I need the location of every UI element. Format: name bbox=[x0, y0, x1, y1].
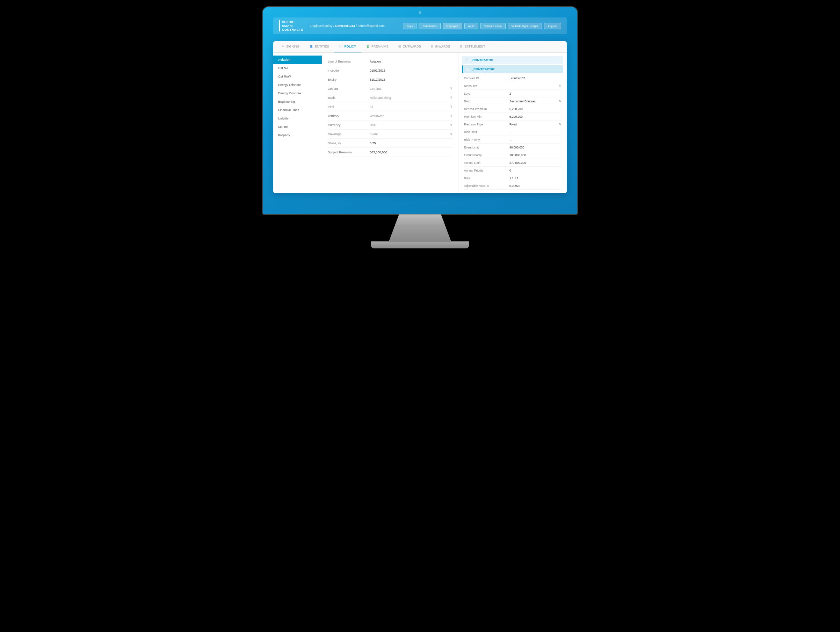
contract-row-layer: Layer 2 bbox=[464, 90, 561, 98]
monitor-stand bbox=[385, 214, 455, 242]
form-row-basis: Basis Risks attaching ⇅ bbox=[328, 93, 453, 102]
sidebar-item-marine[interactable]: Marine bbox=[273, 123, 322, 131]
tab-policy[interactable]: 📄 POLICY bbox=[334, 41, 361, 52]
contract-row-annual-priority: Annual Priority 0 bbox=[464, 167, 561, 174]
basis-select-arrow: ⇅ bbox=[450, 96, 453, 99]
contract02-icon: 📄 bbox=[466, 68, 470, 71]
keys-button[interactable]: Keys bbox=[403, 23, 417, 29]
breadcrumb: Deployed policy / Contract1243 / admin@s… bbox=[310, 24, 399, 28]
sidebar: Aviation Cat NA Cat RoW Energy Offshore … bbox=[273, 53, 322, 193]
nav-buttons: Keys Candidates Deployed Audit Validate … bbox=[403, 23, 562, 29]
monitor-base bbox=[371, 241, 469, 248]
outwards-icon: ⊞ bbox=[398, 45, 401, 48]
form-row-subject-premium: Subject Premium 563,800,000 bbox=[328, 148, 453, 157]
sidebar-item-liability[interactable]: Liability bbox=[273, 114, 322, 123]
sidebar-item-property[interactable]: Property bbox=[273, 131, 322, 139]
contract-row-id: Contract ID _contract02 bbox=[464, 74, 561, 82]
audit-button[interactable]: Audit bbox=[464, 23, 478, 29]
contract-row-adjustable-rate: Adjustable Rate, % 0.00922 bbox=[464, 182, 561, 190]
coverage-select-arrow: ⇅ bbox=[450, 132, 453, 136]
sidebar-item-engineering[interactable]: Engineering bbox=[273, 98, 322, 106]
validate-hyperledger-button[interactable]: Validate HyperLedger bbox=[508, 23, 542, 29]
contract02-header[interactable]: 📄 _CONTRACT02 bbox=[462, 65, 563, 73]
tab-settlement[interactable]: ⊠ SETTLEMENT bbox=[455, 41, 490, 52]
form-area: Line of Business Aviation Inception 01/0… bbox=[322, 53, 458, 193]
contract-row-retro: Retro Secondary Bouquet ⇅ bbox=[464, 98, 561, 105]
brand-logo: SPARKL SMART CONTRACTS bbox=[279, 20, 303, 32]
contracts-panel: 📄 _CONTRACT01 📄 _CONTRACT02 Contract ID … bbox=[458, 53, 567, 193]
sidebar-item-cat-na[interactable]: Cat NA bbox=[273, 64, 322, 72]
contract01-icon: 📄 bbox=[465, 58, 469, 62]
monitor-wrapper: SPARKL SMART CONTRACTS Deployed policy /… bbox=[263, 7, 577, 248]
top-bar: SPARKL SMART CONTRACTS Deployed policy /… bbox=[273, 17, 567, 34]
form-row-territory: Territory Worldwide ⇅ bbox=[328, 112, 453, 121]
sidebar-item-financial-lines[interactable]: Financial Lines bbox=[273, 106, 322, 114]
logout-button[interactable]: Log out bbox=[544, 23, 561, 29]
content-panel: ✎ SIGNING 👤 ENTITIES 📄 POLICY 💲 PREMIUMS… bbox=[273, 41, 567, 193]
candidates-button[interactable]: Candidates bbox=[418, 23, 440, 29]
form-row-expiry: Expiry 31/12/2015 bbox=[328, 75, 453, 84]
form-row-peril: Peril All ⇅ bbox=[328, 102, 453, 112]
currency-select-arrow: ⇅ bbox=[450, 123, 453, 126]
form-row-share: Share, % 0.75 bbox=[328, 139, 453, 148]
deployed-button[interactable]: Deployed bbox=[443, 23, 462, 29]
contract-row-risk-priority: Risk Priority ... bbox=[464, 136, 561, 143]
tab-premiums[interactable]: 💲 PREMIUMS bbox=[361, 41, 393, 52]
policy-icon: 📄 bbox=[339, 45, 343, 48]
form-row-currency: Currency USD ⇅ bbox=[328, 121, 453, 129]
peril-select-arrow: ⇅ bbox=[450, 105, 453, 108]
tab-inwards[interactable]: ⊟ INWARDS bbox=[426, 41, 455, 52]
tab-entities[interactable]: 👤 ENTITIES bbox=[304, 41, 334, 52]
form-row-line-of-business: Line of Business Aviation bbox=[328, 57, 453, 66]
contract-row-risk-limit: Risk Limit ... bbox=[464, 128, 561, 136]
contract01-header[interactable]: 📄 _CONTRACT01 bbox=[462, 56, 563, 64]
form-row-inception: Inception 01/01/2015 bbox=[328, 66, 453, 75]
main-area: Aviation Cat NA Cat RoW Energy Offshore … bbox=[273, 53, 567, 193]
retro-select-arrow: ⇅ bbox=[559, 99, 561, 103]
form-row-cedant: Cedant Cedant1 ⇅ bbox=[328, 84, 453, 93]
sidebar-item-cat-row[interactable]: Cat RoW bbox=[273, 72, 322, 81]
contract-row-annual-limit: Annual Limit 270,000,000 bbox=[464, 159, 561, 167]
inwards-icon: ⊟ bbox=[431, 45, 434, 48]
settlement-icon: ⊠ bbox=[460, 45, 463, 48]
premiums-icon: 💲 bbox=[366, 45, 370, 48]
reinsurer-select-arrow: ⇅ bbox=[559, 84, 561, 87]
contract-row-rips: Rips 1.1 1.1 bbox=[464, 174, 561, 182]
tab-bar: ✎ SIGNING 👤 ENTITIES 📄 POLICY 💲 PREMIUMS… bbox=[273, 41, 567, 53]
validate-local-button[interactable]: Validate Local bbox=[480, 23, 505, 29]
monitor-screen: SPARKL SMART CONTRACTS Deployed policy /… bbox=[263, 7, 577, 214]
cedant-select-arrow: ⇅ bbox=[450, 87, 453, 90]
form-row-coverage: Coverage Event ⇅ bbox=[328, 129, 453, 139]
sidebar-item-energy-offshore[interactable]: Energy Offshore bbox=[273, 81, 322, 89]
tab-outwards[interactable]: ⊞ OUTWARDS bbox=[393, 41, 426, 52]
signing-icon: ✎ bbox=[282, 45, 284, 48]
contract-details: Contract ID _contract02 Reinsurer ⇅ Laye… bbox=[462, 74, 563, 190]
contract-row-deposit-premium: Deposit Premium 5,200,200 bbox=[464, 105, 561, 113]
sidebar-item-energy-onshore[interactable]: Energy Onshore bbox=[273, 89, 322, 98]
entities-icon: 👤 bbox=[309, 45, 313, 48]
tab-signing[interactable]: ✎ SIGNING bbox=[277, 41, 304, 52]
contract-row-premium-min: Premium Min 5,200,200 bbox=[464, 113, 561, 121]
contract-row-premium-type: Premium Type Fixed ⇅ bbox=[464, 121, 561, 128]
premium-type-select-arrow: ⇅ bbox=[559, 123, 561, 126]
contract-row-reinsurer: Reinsurer ⇅ bbox=[464, 82, 561, 90]
sidebar-item-aviation[interactable]: Aviation bbox=[273, 55, 322, 64]
contract-row-event-priority: Event Priority 100,000,000 bbox=[464, 151, 561, 159]
territory-select-arrow: ⇅ bbox=[450, 114, 453, 117]
contract-row-event-limit: Event Limit 90,000,000 bbox=[464, 143, 561, 151]
